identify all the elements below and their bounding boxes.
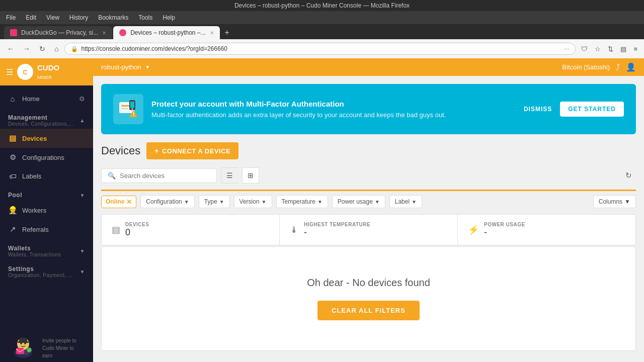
tab-devices[interactable]: Devices – robust-python –... ✕ — [113, 26, 219, 39]
search-box[interactable]: 🔍 — [101, 168, 217, 183]
menu-tools[interactable]: Tools — [136, 13, 154, 22]
back-button[interactable]: ← — [4, 43, 17, 54]
forward-button[interactable]: → — [20, 43, 33, 54]
filter-bar-line — [101, 190, 636, 191]
sidebar-item-configurations[interactable]: ⚙ Configurations — [0, 148, 93, 167]
type-dropdown-icon: ▼ — [219, 199, 224, 205]
menu-bookmarks[interactable]: Bookmarks — [96, 13, 130, 22]
stats-row: ▤ DEVICES 0 🌡 HIGHEST TEMPERATURE - ⚡ — [101, 214, 636, 245]
no-devices-panel: Oh dear - No devices found CLEAR ALL FIL… — [101, 246, 636, 351]
power-stat-label: POWER USAGE — [484, 222, 525, 227]
online-filter-chip[interactable]: Online ✕ — [101, 196, 136, 208]
user-avatar-icon[interactable]: 👤 — [626, 62, 636, 72]
mfa-description: Multi-factor authentication adds an extr… — [151, 111, 446, 119]
list-view-button[interactable]: ☰ — [221, 167, 238, 184]
refresh-button[interactable]: ↻ — [621, 169, 636, 182]
power-usage-filter-label: Power usage — [338, 198, 373, 205]
address-bar[interactable]: 🔒 https://console.cudominer.com/devices/… — [64, 43, 576, 55]
columns-dropdown-icon: ▼ — [624, 198, 630, 205]
mfa-illustration: ! — [117, 98, 139, 120]
org-selector[interactable]: robust-python ▼ — [101, 63, 150, 71]
configurations-label: Configurations — [22, 154, 64, 161]
version-filter[interactable]: Version ▼ — [234, 195, 272, 208]
temperature-stat-value: - — [304, 227, 370, 238]
management-arrow-icon[interactable]: ▲ — [80, 118, 85, 123]
sidebar-item-workers[interactable]: 👷 Workers — [0, 201, 93, 220]
menu-edit[interactable]: Edit — [24, 13, 38, 22]
devices-stat-value: 0 — [125, 227, 149, 238]
power-stat-icon: ⚡ — [468, 224, 479, 235]
label-filter[interactable]: Label ▼ — [389, 195, 422, 208]
type-filter[interactable]: Type ▼ — [199, 195, 230, 208]
hamburger-icon[interactable]: ☰ — [6, 67, 13, 77]
settings-arrow-icon[interactable]: ▼ — [80, 269, 85, 275]
new-tab-button[interactable]: + — [221, 26, 233, 39]
menu-history[interactable]: History — [67, 13, 90, 22]
columns-button[interactable]: Columns ▼ — [593, 195, 636, 208]
home-button[interactable]: ⌂ — [51, 43, 61, 54]
wallets-label: Wallets — [8, 245, 61, 252]
workers-icon: 👷 — [8, 206, 17, 215]
search-icon: 🔍 — [108, 172, 116, 179]
svg-rect-9 — [16, 348, 24, 354]
sidebar-item-referrals[interactable]: ↗ Referrals — [0, 220, 93, 239]
get-started-button[interactable]: GET STARTED — [560, 102, 624, 117]
grid-view-button[interactable]: ⊞ — [242, 167, 259, 184]
sidebar-navigation: ⌂ Home ⚙ Management Devices, Configurati… — [0, 85, 93, 328]
wallets-arrow-icon[interactable]: ▼ — [80, 248, 85, 254]
reader-icon[interactable]: ▤ — [618, 44, 629, 54]
configuration-dropdown-icon: ▼ — [184, 199, 189, 205]
stat-temperature: 🌡 HIGHEST TEMPERATURE - — [280, 215, 458, 245]
power-usage-filter[interactable]: Power usage ▼ — [332, 195, 385, 208]
filters-row: Online ✕ Configuration ▼ Type ▼ Version … — [101, 195, 636, 208]
search-input[interactable] — [120, 172, 210, 179]
configuration-filter[interactable]: Configuration ▼ — [140, 195, 194, 208]
settings-gear-icon[interactable]: ⚙ — [79, 95, 85, 103]
share-icon[interactable]: ⤴ — [616, 63, 620, 72]
mascot-invite-text: Invite people to Cudo Miner to earn — [42, 336, 85, 359]
search-view-row: 🔍 ☰ ⊞ ↻ — [101, 167, 636, 184]
sidebar-item-home[interactable]: ⌂ Home ⚙ — [0, 89, 93, 108]
temperature-filter[interactable]: Temperature ▼ — [276, 195, 328, 208]
menu-view[interactable]: View — [44, 13, 61, 22]
overflow-icon[interactable]: ≡ — [631, 44, 640, 54]
connect-plus-icon: + — [154, 147, 159, 155]
reload-button[interactable]: ↻ — [36, 43, 48, 54]
labels-icon: 🏷 — [8, 172, 17, 180]
tab-close-devices[interactable]: ✕ — [210, 30, 214, 36]
remove-online-filter-icon[interactable]: ✕ — [126, 198, 132, 206]
clear-filters-button[interactable]: CLEAR ALL FILTERS — [317, 301, 420, 320]
referrals-label: Referrals — [22, 226, 49, 233]
mascot-area: ✓ Invite people to Cudo Miner to earn — [0, 328, 93, 362]
mfa-text-area: Protect your account with Multi-Factor A… — [151, 100, 446, 119]
power-usage-dropdown-icon: ▼ — [375, 199, 380, 205]
url-dots[interactable]: ··· — [564, 45, 569, 52]
devices-stat-icon: ▤ — [112, 224, 120, 235]
tab-close-duckduckgo[interactable]: ✕ — [102, 30, 106, 36]
settings-sub: Organization, Payment, ... — [8, 273, 73, 278]
tab-duckduckgo[interactable]: DuckDuckGo — Privacy, si... ✕ — [4, 26, 112, 39]
connect-device-button[interactable]: + CONNECT A DEVICE — [146, 142, 238, 159]
dismiss-button[interactable]: DISMISS — [522, 103, 554, 116]
menu-file[interactable]: File — [4, 13, 18, 22]
sidebar-item-labels[interactable]: 🏷 Labels — [0, 167, 93, 186]
browser-titlebar: Devices – robust-python – Cudo Miner Con… — [0, 0, 644, 11]
menu-help[interactable]: Help — [160, 13, 177, 22]
tab-label-devices: Devices – robust-python –... — [130, 29, 205, 36]
app-container: ☰ C CUDOMINER ⌂ Home ⚙ Management Device… — [0, 58, 644, 362]
org-dropdown-icon[interactable]: ▼ — [145, 64, 150, 70]
sync-icon[interactable]: ⇅ — [605, 44, 616, 54]
bookmark-icon[interactable]: ☆ — [592, 44, 603, 54]
sidebar-item-devices[interactable]: ▤ Devices — [0, 129, 93, 148]
settings-sidebar-label: Settings — [8, 265, 73, 273]
container-icon[interactable]: 🛡 — [579, 44, 590, 54]
pool-arrow-icon[interactable]: ▼ — [80, 193, 85, 198]
online-filter-label: Online — [106, 198, 124, 205]
temperature-filter-label: Temperature — [282, 198, 315, 205]
mfa-icon-area: ! — [113, 94, 143, 124]
workers-label: Workers — [22, 207, 46, 214]
settings-section-header: Settings Organization, Payment, ... ▼ — [0, 259, 93, 280]
type-filter-label: Type — [204, 198, 217, 205]
page-title: Devices — [101, 144, 140, 157]
svg-rect-12 — [121, 108, 128, 109]
